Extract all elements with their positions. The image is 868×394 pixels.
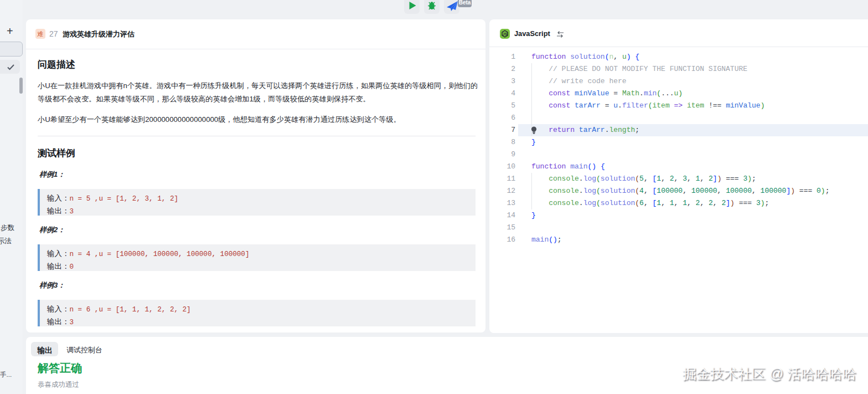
svg-text:JS: JS <box>503 32 508 36</box>
